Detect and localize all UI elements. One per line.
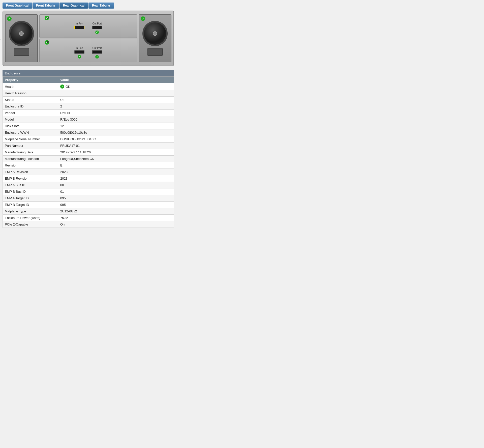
table-row: PCIe 2-CapableOn <box>3 221 174 228</box>
right-fan-center <box>153 31 157 36</box>
table-row: Enclosure Power (watts)75.85 <box>3 215 174 221</box>
controller-b-module: ✓ B In Port ✓ Out Port ✓ <box>39 39 137 62</box>
table-row: Manufacturing LocationLonghua,Shenzhen,C… <box>3 156 174 162</box>
right-fan-unit: ✓ <box>139 14 171 62</box>
table-row: EMP B Bus ID01 <box>3 188 174 195</box>
table-row: EMP B Target ID095 <box>3 202 174 208</box>
table-cell-value: DotHill <box>58 110 174 116</box>
table-cell-property: Manufacturing Location <box>3 156 58 162</box>
right-fan-status-icon: ✓ <box>141 16 145 21</box>
table-cell-value: 2023 <box>58 175 174 182</box>
col-header-value: Value <box>58 77 174 83</box>
table-cell-property: EMP A Revision <box>3 169 58 175</box>
right-fan-check-green: ✓ <box>141 16 145 21</box>
table-row: Manufacturing Date2012-09-27 11:18:26 <box>3 149 174 156</box>
middle-section: ✓ A In Port Out Port ✓ ✓ <box>39 14 137 62</box>
controller-a-module: ✓ A In Port Out Port ✓ <box>39 14 137 38</box>
table-cell-property: Health Reason <box>3 90 58 97</box>
controller-a-in-connector <box>74 26 84 29</box>
table-cell-value: FRUKA17-01 <box>58 143 174 149</box>
table-cell-value: 2023 <box>58 169 174 175</box>
table-row: Midplane Serial NumberDHSIHOU-131215D10C <box>3 136 174 143</box>
table-cell-value: DHSIHOU-131215D10C <box>58 136 174 143</box>
table-header-row: Property Value <box>3 77 174 83</box>
table-row: Health Reason <box>3 90 174 97</box>
controller-b-in-check-icon: ✓ <box>78 55 81 59</box>
left-fan-circle <box>9 21 34 46</box>
table-title: Enclosure <box>3 70 174 76</box>
table-row: Enclosure ID2 <box>3 103 174 110</box>
controller-b-in-check: ✓ <box>78 55 81 59</box>
table-cell-value: 2 <box>58 103 174 110</box>
controller-b-in-connector <box>74 50 84 54</box>
controller-a-out-check-icon: ✓ <box>95 31 99 34</box>
tab-front-tabular[interactable]: Front Tabular <box>33 3 59 9</box>
table-cell-value: 12 <box>58 123 174 129</box>
property-table: Property Value Health✓OKHealth ReasonSta… <box>3 76 174 228</box>
table-cell-property: EMP B Target ID <box>3 202 58 208</box>
table-cell-value <box>58 90 174 97</box>
table-cell-value: E <box>58 162 174 169</box>
right-fan-connector <box>147 48 163 56</box>
tabs-bar: Front Graphical Front Tabular Rear Graph… <box>3 3 481 9</box>
enclosure-id-label: 2 <box>0 36 1 40</box>
table-row: EMP B Revision2023 <box>3 175 174 182</box>
controller-b-out-port: Out Port ✓ <box>92 47 102 59</box>
tab-front-graphical[interactable]: Front Graphical <box>3 3 32 9</box>
controller-b-in-port: In Port ✓ <box>74 47 84 59</box>
table-row: EMP A Bus ID00 <box>3 182 174 188</box>
tab-rear-tabular[interactable]: Rear Tabular <box>88 3 114 9</box>
table-cell-property: Manufacturing Date <box>3 149 58 156</box>
table-cell-property: Health <box>3 83 58 90</box>
controller-a-label: A <box>47 16 49 20</box>
controller-a-out-connector <box>92 26 102 29</box>
table-cell-value: 095 <box>58 195 174 202</box>
table-row: EMP A Revision2023 <box>3 169 174 175</box>
table-cell-property: PCIe 2-Capable <box>3 221 58 228</box>
controller-a-out-port: Out Port ✓ <box>92 22 102 34</box>
controller-a-in-port: In Port <box>74 22 84 34</box>
table-cell-property: Part Number <box>3 143 58 149</box>
table-cell-property: Enclosure Power (watts) <box>3 215 58 221</box>
left-fan-check-green: ✓ <box>7 16 12 21</box>
table-cell-value: 095 <box>58 202 174 208</box>
tab-rear-graphical[interactable]: Rear Graphical <box>59 3 88 9</box>
table-cell-property: EMP A Bus ID <box>3 182 58 188</box>
left-fan-center <box>19 31 24 36</box>
controller-b-out-connector <box>92 50 102 54</box>
table-cell-value: Up <box>58 97 174 103</box>
table-row: VendorDotHill <box>3 110 174 116</box>
table-cell-value: On <box>58 221 174 228</box>
table-cell-value: 2U12-6Gv2 <box>58 208 174 215</box>
left-fan-unit: ✓ <box>5 14 38 62</box>
controller-a-in-port-label: In Port <box>76 22 83 25</box>
table-cell-value: 00 <box>58 182 174 188</box>
table-row: RevisionE <box>3 162 174 169</box>
left-fan-status-icon: ✓ <box>7 16 12 21</box>
health-ok-icon: ✓ <box>60 85 64 89</box>
table-cell-value: ✓OK <box>58 83 174 90</box>
table-row: Part NumberFRUKA17-01 <box>3 143 174 149</box>
table-row: Midplane Type2U12-6Gv2 <box>3 208 174 215</box>
enclosure-table-wrap: Enclosure Property Value Health✓OKHealth… <box>3 70 174 228</box>
table-row: Enclosure WWN500c0ff015d10c3c <box>3 129 174 136</box>
controller-b-out-check-icon: ✓ <box>95 55 99 59</box>
enclosure-graphic: 2 ✓ ✓ A In Port Out Port <box>3 11 174 66</box>
table-cell-value: 01 <box>58 188 174 195</box>
health-ok-text: OK <box>66 85 70 89</box>
controller-a-ports: In Port Out Port ✓ <box>42 22 135 34</box>
table-cell-value: 2012-09-27 11:18:26 <box>58 149 174 156</box>
table-row: StatusUp <box>3 97 174 103</box>
table-cell-property: Revision <box>3 162 58 169</box>
table-cell-property: Model <box>3 116 58 123</box>
table-cell-value: Longhua,Shenzhen,CN <box>58 156 174 162</box>
health-ok-cell: ✓OK <box>60 85 172 89</box>
table-cell-property: Vendor <box>3 110 58 116</box>
controller-b-in-port-label: In Port <box>76 47 83 49</box>
left-fan-connector <box>14 48 29 56</box>
table-row: EMP A Target ID095 <box>3 195 174 202</box>
table-cell-value: 500c0ff015d10c3c <box>58 129 174 136</box>
right-fan-circle <box>142 21 168 46</box>
table-row: Health✓OK <box>3 83 174 90</box>
table-row: ModelR/Evo 3000 <box>3 116 174 123</box>
